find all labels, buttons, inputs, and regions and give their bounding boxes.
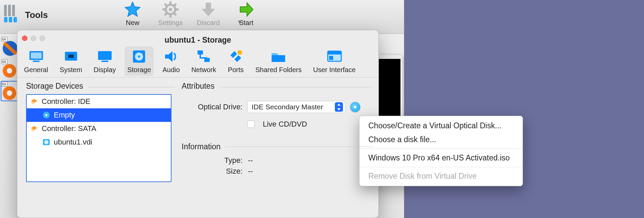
tab-shared-folders[interactable]: Shared Folders: [253, 46, 304, 76]
tab-storage-label: Storage: [127, 66, 151, 74]
tools-label[interactable]: Tools: [25, 10, 48, 20]
svg-point-45: [45, 114, 47, 116]
info-size-label: Size:: [182, 167, 243, 176]
svg-line-16: [165, 13, 167, 15]
discard-button[interactable]: Discard: [194, 1, 223, 27]
disc-icon: [42, 111, 50, 119]
harddisk-icon: [131, 48, 147, 65]
vm-item-3-selected[interactable]: 64: [1, 81, 18, 101]
vdi-row[interactable]: ubuntu1.vdi: [27, 135, 171, 149]
new-label: New: [118, 19, 147, 27]
tab-general-label: General: [24, 66, 48, 74]
info-type-label: Type:: [182, 156, 243, 165]
tab-shared-label: Shared Folders: [255, 66, 302, 74]
folder-icon: [270, 48, 286, 65]
close-window-button[interactable]: [22, 36, 27, 41]
live-cd-checkbox[interactable]: [247, 121, 255, 128]
svg-rect-34: [101, 61, 108, 62]
svg-rect-0: [4, 5, 7, 16]
tab-network-label: Network: [191, 66, 216, 74]
monitor-icon: [28, 48, 44, 65]
info-type-row: Type: --: [182, 156, 370, 165]
zoom-window-button[interactable]: [40, 36, 45, 41]
main-toolbar: Tools New Settings: [0, 0, 404, 34]
svg-rect-40: [238, 50, 242, 54]
info-size-value: --: [248, 167, 253, 176]
menu-separator: [360, 149, 523, 149]
controller-ide-label: Controller: IDE: [42, 97, 90, 106]
svg-rect-30: [33, 61, 40, 62]
svg-text:64: 64: [2, 82, 6, 86]
start-button[interactable]: Start: [232, 1, 260, 27]
gear-icon: [162, 1, 179, 18]
optical-drive-select[interactable]: IDE Secondary Master: [247, 101, 345, 113]
menu-choose-create[interactable]: Choose/Create a Virtual Optical Disk...: [360, 119, 523, 133]
sheet-title: ubuntu1 - Storage: [165, 36, 231, 44]
information-heading: Information: [182, 142, 225, 151]
tab-ui-label: User Interface: [313, 66, 356, 74]
menu-choose-file[interactable]: Choose a disk file...: [360, 133, 523, 147]
svg-marker-6: [125, 2, 140, 16]
chip-icon: [63, 48, 79, 65]
tab-system-label: System: [60, 66, 82, 74]
network-icon: [196, 48, 212, 65]
tab-display-label: Display: [94, 66, 116, 74]
window-controls: [22, 36, 45, 41]
attributes-column: Attributes Optical Drive: IDE Secondary …: [182, 82, 370, 211]
svg-rect-3: [4, 17, 7, 22]
tab-user-interface[interactable]: User Interface: [310, 46, 359, 76]
tab-system[interactable]: System: [57, 46, 85, 76]
display-icon: [97, 48, 113, 65]
controller-sata-label: Controller: SATA: [42, 124, 96, 133]
tab-audio[interactable]: Audio: [160, 46, 182, 76]
tab-ports[interactable]: Ports: [225, 46, 247, 76]
speaker-icon: [163, 48, 179, 65]
tab-network[interactable]: Network: [189, 46, 219, 76]
menu-iso-item[interactable]: Windows 10 Pro x64 en-US Activated.iso: [360, 151, 523, 165]
svg-rect-2: [12, 5, 15, 16]
svg-rect-32: [68, 54, 74, 58]
vdi-label: ubuntu1.vdi: [54, 138, 92, 147]
discard-label: Discard: [194, 19, 223, 27]
down-arrow-icon: [200, 1, 217, 18]
storage-devices-heading: Storage Devices: [26, 82, 88, 91]
svg-rect-1: [8, 5, 11, 16]
settings-tabs: General System Display Storage Audio Net…: [17, 43, 378, 78]
controller-sata-row[interactable]: Controller: SATA: [27, 122, 171, 135]
tools-icon: [3, 3, 20, 24]
optical-drive-row: Optical Drive: IDE Secondary Master: [182, 101, 370, 113]
optical-drive-label: Optical Drive:: [182, 103, 243, 111]
tab-display[interactable]: Display: [91, 46, 119, 76]
choose-disk-button[interactable]: [350, 102, 360, 112]
settings-label: Settings: [156, 19, 185, 27]
start-label: Start: [232, 19, 260, 27]
vm-item-1[interactable]: 64: [1, 36, 18, 57]
svg-point-27: [7, 90, 12, 96]
optical-empty-row[interactable]: Empty: [27, 108, 171, 122]
settings-sheet: ubuntu1 - Storage General System Display…: [17, 30, 379, 218]
vm-item-2[interactable]: 64: [1, 59, 18, 79]
new-button[interactable]: New: [118, 1, 147, 27]
tab-storage[interactable]: Storage: [124, 46, 154, 76]
svg-point-47: [44, 140, 48, 144]
live-cd-label: Live CD/DVD: [263, 120, 307, 129]
svg-rect-38: [198, 50, 203, 54]
svg-point-8: [169, 8, 172, 11]
svg-text:64: 64: [2, 60, 6, 64]
optical-empty-label: Empty: [54, 111, 75, 119]
tab-general[interactable]: General: [21, 46, 51, 76]
sheet-body: Storage Devices Controller: IDE Empty Co…: [17, 78, 378, 211]
controller-ide-row[interactable]: Controller: IDE: [27, 95, 171, 108]
minimize-window-button[interactable]: [31, 36, 36, 41]
vm-sidebar: 64 64 64: [0, 34, 19, 103]
window-icon: [326, 48, 343, 65]
start-menu-caret[interactable]: ▼: [237, 19, 243, 26]
storage-tree[interactable]: Controller: IDE Empty Controller: SATA u…: [26, 94, 171, 182]
svg-line-15: [174, 4, 176, 6]
svg-text:64: 64: [2, 38, 6, 41]
settings-button[interactable]: Settings: [156, 1, 185, 27]
svg-rect-4: [9, 17, 12, 22]
starburst-icon: [124, 1, 141, 18]
tab-ports-label: Ports: [228, 66, 244, 74]
live-cd-row: Live CD/DVD: [247, 120, 370, 129]
